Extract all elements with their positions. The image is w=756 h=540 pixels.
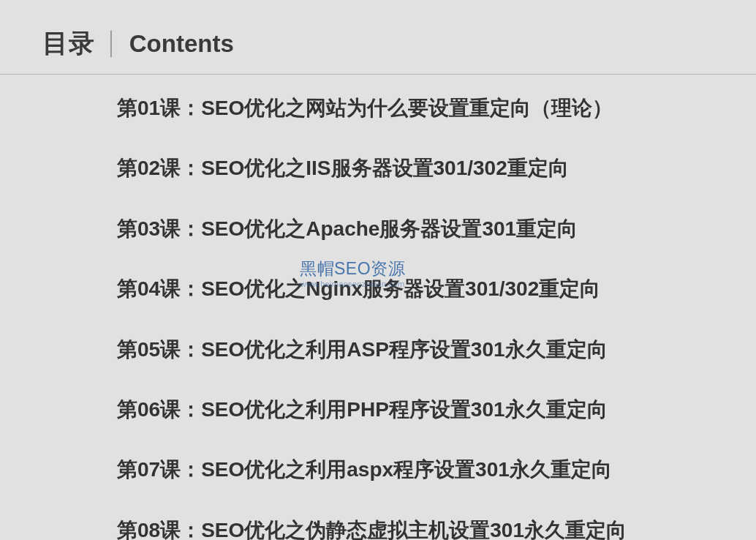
toc-item: 第08课：SEO优化之伪静态虚拟主机设置301永久重定向 bbox=[117, 517, 756, 540]
toc-item: 第07课：SEO优化之利用aspx程序设置301永久重定向 bbox=[117, 457, 756, 483]
toc-item: 第01课：SEO优化之网站为什么要设置重定向（理论） bbox=[117, 95, 756, 121]
toc-list: 第01课：SEO优化之网站为什么要设置重定向（理论） 第02课：SEO优化之II… bbox=[0, 75, 756, 540]
toc-item: 第06课：SEO优化之利用PHP程序设置301永久重定向 bbox=[117, 397, 756, 423]
toc-item: 第04课：SEO优化之Nginx服务器设置301/302重定向 bbox=[117, 276, 756, 302]
toc-item: 第03课：SEO优化之Apache服务器设置301重定向 bbox=[117, 216, 756, 242]
toc-item: 第05课：SEO优化之利用ASP程序设置301永久重定向 bbox=[117, 337, 756, 363]
toc-header: 目录 │ Contents bbox=[0, 0, 756, 75]
header-title-en: Contents bbox=[129, 30, 234, 58]
header-divider: │ bbox=[105, 31, 119, 56]
header-title-zh: 目录 bbox=[42, 26, 95, 61]
toc-item: 第02课：SEO优化之IIS服务器设置301/302重定向 bbox=[117, 155, 756, 181]
page: 目录 │ Contents 第01课：SEO优化之网站为什么要设置重定向（理论）… bbox=[0, 0, 756, 540]
